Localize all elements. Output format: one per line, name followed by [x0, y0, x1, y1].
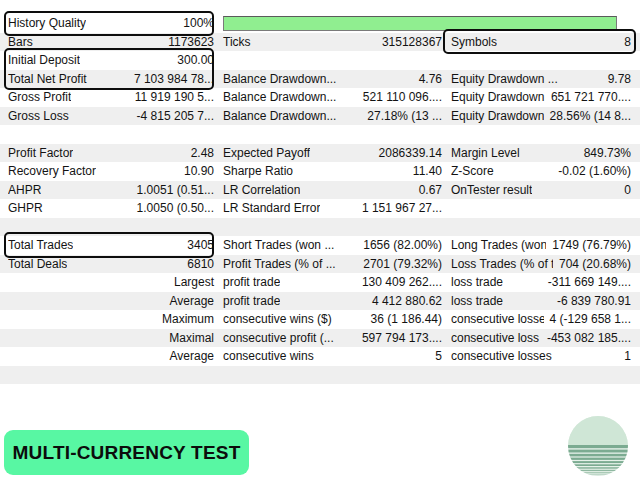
multi-currency-test-badge: MULTI-CURRENCY TEST	[4, 430, 249, 475]
stat-label: Bars	[8, 35, 33, 49]
progress-fill	[224, 17, 616, 30]
stat-label: LR Standard Error	[223, 201, 320, 215]
stat-value: 4 (-129 658 1...	[550, 312, 631, 326]
stat-value: 4 412 880.62	[372, 294, 442, 308]
stat-label: Short Trades (won ...	[223, 238, 334, 252]
stat-label: Recovery Factor	[8, 164, 96, 178]
stat-value: 11 919 190 5...	[135, 90, 214, 104]
stat-value: 597 794 173....	[362, 331, 442, 345]
stat-value: Average	[170, 349, 214, 363]
stat-value: Maximum	[162, 312, 214, 326]
stat-value: 11.40	[413, 164, 442, 178]
stat-value: 521 110 096....	[363, 90, 442, 104]
stat-value: Average	[170, 294, 214, 308]
stat-value: -453 082 185....	[547, 331, 631, 345]
stat-label: consecutive losses ...	[451, 312, 544, 326]
highlight-box-symbols	[443, 29, 636, 54]
stat-value: -6 839 780.91	[557, 294, 631, 308]
stat-value: 849.73%	[584, 146, 631, 160]
table-row: GHPR1.0050 (0.50... LR Standard Error1 1…	[0, 199, 640, 218]
stat-label: Sharpe Ratio	[223, 164, 293, 178]
highlight-box-total-trades	[4, 232, 214, 258]
stat-value: 2701 (79.32%)	[363, 257, 442, 271]
stat-value: 2086339.14	[379, 146, 442, 160]
stat-value: 4.76	[419, 72, 442, 86]
stat-label: AHPR	[8, 183, 41, 197]
stat-value: 5	[435, 349, 442, 363]
stat-value: -311 669 149....	[548, 275, 631, 289]
stat-value: 1173623	[168, 35, 214, 49]
stat-value: Largest	[174, 275, 214, 289]
spacer-row	[0, 125, 640, 144]
table-row: Recovery Factor10.90 Sharpe Ratio11.40 Z…	[0, 162, 640, 181]
stat-label: Balance Drawdown...	[223, 90, 336, 104]
table-row: Gross Loss-4 815 205 7... Balance Drawdo…	[0, 107, 640, 126]
table-row: Maximum consecutive wins ($)36 (1 186.44…	[0, 310, 640, 329]
stat-label: Profit Factor	[8, 146, 73, 160]
stat-value: 315128367	[382, 35, 442, 49]
stat-label: GHPR	[8, 201, 43, 215]
stat-value: 2.48	[191, 146, 214, 160]
stat-value: 9.78	[608, 72, 631, 86]
stat-label: Equity Drawdown ...	[451, 72, 558, 86]
stat-label: profit trade	[223, 294, 280, 308]
stat-value: 1	[624, 349, 631, 363]
table-row: Maximal consecutive profit (...597 794 1…	[0, 329, 640, 348]
stat-label: Gross Loss	[8, 109, 69, 123]
stat-label: Profit Trades (% of ...	[223, 257, 336, 271]
stat-value: 27.18% (13 ...	[367, 109, 442, 123]
table-row: AHPR1.0051 (0.51... LR Correlation0.67 O…	[0, 181, 640, 200]
stat-label: profit trade	[223, 275, 280, 289]
stat-value: 1749 (76.79%)	[552, 238, 631, 252]
stat-value: 704 (20.68%)	[559, 257, 631, 271]
stat-value: 28.56% (14 8...	[550, 109, 631, 123]
stat-value: 1.0050 (0.50...	[137, 201, 214, 215]
stat-value: 0.67	[419, 183, 442, 197]
stat-label: LR Correlation	[223, 183, 300, 197]
stat-label: Loss Trades (% of t...	[451, 257, 553, 271]
table-row: Average profit trade4 412 880.62 loss tr…	[0, 292, 640, 311]
table-row: Average consecutive wins5 consecutive lo…	[0, 347, 640, 366]
stat-label: Equity Drawdown ...	[451, 90, 545, 104]
stat-label: consecutive wins	[223, 349, 314, 363]
stat-value: 1 151 967 27...	[362, 201, 442, 215]
stat-label: loss trade	[451, 275, 503, 289]
highlight-box-initial-deposit	[4, 48, 214, 90]
badge-label: MULTI-CURRENCY TEST	[13, 442, 241, 464]
stat-label: Equity Drawdown ...	[451, 109, 544, 123]
stat-value: 0	[624, 183, 631, 197]
backtest-report: History Quality100% Bars1173623 Ticks315…	[0, 0, 640, 480]
stat-label: Gross Profit	[8, 90, 71, 104]
stat-label: consecutive profit (...	[223, 331, 334, 345]
stat-label: loss trade	[451, 294, 503, 308]
stat-label: OnTester result	[451, 183, 532, 197]
stat-label: Margin Level	[451, 146, 520, 160]
stat-label: consecutive loss (c...	[451, 331, 541, 345]
stat-value: 10.90	[184, 164, 214, 178]
stat-value: 130 409 262....	[362, 275, 442, 289]
stat-label: consecutive wins ($)	[223, 312, 332, 326]
stat-value: 651 721 770....	[551, 90, 631, 104]
table-row: Largest profit trade130 409 262.... loss…	[0, 273, 640, 292]
table-row: Gross Profit11 919 190 5... Balance Draw…	[0, 88, 640, 107]
stat-value: 36 (1 186.44)	[371, 312, 442, 326]
stat-label: Expected Payoff	[223, 146, 310, 160]
stat-label: consecutive losses	[451, 349, 552, 363]
stat-label: Ticks	[223, 35, 251, 49]
stat-label: Balance Drawdown...	[223, 72, 336, 86]
stat-value: Maximal	[169, 331, 214, 345]
stat-label: Long Trades (won %)	[451, 238, 546, 252]
spacer-row	[0, 366, 640, 385]
stat-value: -0.02 (1.60%)	[558, 164, 631, 178]
stat-value: -4 815 205 7...	[137, 109, 214, 123]
stat-label: Balance Drawdown...	[223, 109, 336, 123]
stat-value: 6810	[187, 257, 214, 271]
striped-sphere-logo-icon	[566, 414, 630, 478]
stat-label: Z-Score	[451, 164, 494, 178]
stat-value: 1.0051 (0.51...	[137, 183, 214, 197]
stat-label: Total Deals	[8, 257, 67, 271]
highlight-box-history-quality	[4, 11, 214, 36]
table-row: Profit Factor2.48 Expected Payoff2086339…	[0, 144, 640, 163]
stat-value: 1656 (82.00%)	[363, 238, 442, 252]
